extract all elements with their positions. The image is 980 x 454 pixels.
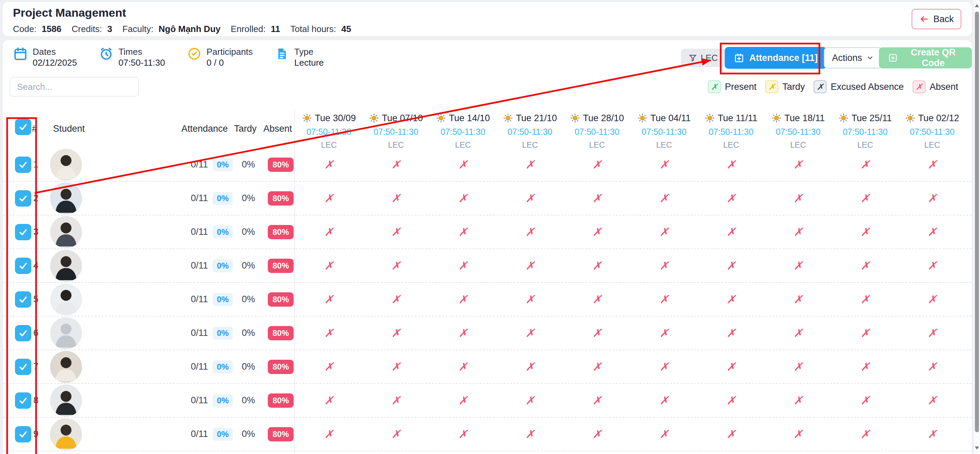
actions-button[interactable]: Actions (824, 47, 882, 68)
attendance-mark-absent[interactable]: ✗ (363, 182, 430, 215)
attendance-mark-absent[interactable]: ✗ (765, 249, 832, 282)
attendance-mark-absent[interactable]: ✗ (630, 384, 698, 417)
attendance-mark-absent[interactable]: ✗ (765, 215, 832, 249)
scrollbar-thumb[interactable] (975, 11, 979, 432)
attendance-mark-absent[interactable]: ✗ (295, 215, 363, 249)
create-qr-code-button[interactable]: Create QR Code (879, 47, 972, 68)
attendance-mark-absent[interactable]: ✗ (899, 148, 966, 181)
attendance-mark-absent[interactable]: ✗ (563, 182, 630, 215)
row-checkbox[interactable] (15, 190, 31, 207)
attendance-mark-absent[interactable]: ✗ (698, 384, 765, 417)
attendance-mark-absent[interactable]: ✗ (630, 317, 698, 349)
attendance-mark-absent[interactable]: ✗ (363, 317, 430, 349)
attendance-mark-absent[interactable]: ✗ (698, 283, 765, 316)
attendance-mark-absent[interactable]: ✗ (363, 384, 430, 417)
back-button[interactable]: Back (912, 9, 961, 29)
scrollbar-down-arrow[interactable] (975, 446, 979, 449)
attendance-mark-absent[interactable]: ✗ (832, 148, 899, 181)
attendance-mark-absent[interactable]: ✗ (563, 384, 630, 417)
attendance-mark-absent[interactable]: ✗ (363, 249, 430, 282)
search-input[interactable] (10, 77, 139, 97)
attendance-mark-absent[interactable]: ✗ (430, 417, 496, 451)
attendance-mark-absent[interactable]: ✗ (430, 283, 496, 316)
attendance-mark-absent[interactable]: ✗ (765, 384, 832, 417)
attendance-mark-absent[interactable]: ✗ (430, 148, 496, 181)
row-checkbox[interactable] (15, 426, 31, 443)
attendance-mark-absent[interactable]: ✗ (563, 417, 630, 451)
attendance-mark-absent[interactable]: ✗ (430, 215, 496, 249)
row-checkbox[interactable] (15, 224, 31, 240)
attendance-mark-absent[interactable]: ✗ (698, 249, 765, 282)
attendance-mark-absent[interactable]: ✗ (295, 182, 363, 215)
attendance-mark-absent[interactable]: ✗ (430, 317, 496, 349)
attendance-mark-absent[interactable]: ✗ (496, 182, 563, 215)
scrollbar-up-arrow[interactable] (975, 4, 979, 7)
attendance-mark-absent[interactable]: ✗ (899, 182, 966, 215)
attendance-mark-absent[interactable]: ✗ (363, 350, 430, 383)
attendance-mark-absent[interactable]: ✗ (630, 182, 698, 215)
row-checkbox[interactable] (15, 156, 31, 173)
attendance-mark-absent[interactable]: ✗ (765, 283, 832, 316)
row-checkbox[interactable] (15, 258, 31, 274)
attendance-mark-absent[interactable]: ✗ (832, 215, 899, 249)
row-checkbox[interactable] (15, 292, 31, 307)
attendance-mark-absent[interactable]: ✗ (899, 317, 966, 349)
attendance-mark-absent[interactable]: ✗ (496, 249, 563, 282)
attendance-mark-absent[interactable]: ✗ (832, 417, 899, 451)
attendance-mark-absent[interactable]: ✗ (899, 283, 966, 316)
attendance-mark-absent[interactable]: ✗ (563, 350, 630, 383)
attendance-mark-absent[interactable]: ✗ (563, 317, 630, 349)
attendance-mark-absent[interactable]: ✗ (363, 215, 430, 249)
attendance-mark-absent[interactable]: ✗ (630, 249, 698, 282)
attendance-mark-absent[interactable]: ✗ (496, 417, 563, 451)
attendance-mark-absent[interactable]: ✗ (363, 417, 430, 451)
row-checkbox[interactable] (15, 325, 31, 341)
attendance-mark-absent[interactable]: ✗ (899, 215, 966, 249)
attendance-mark-absent[interactable]: ✗ (496, 215, 563, 249)
attendance-mark-absent[interactable]: ✗ (295, 249, 363, 282)
attendance-mark-absent[interactable]: ✗ (496, 350, 563, 383)
attendance-mark-absent[interactable]: ✗ (832, 350, 899, 383)
attendance-mark-absent[interactable]: ✗ (295, 283, 363, 316)
attendance-mark-absent[interactable]: ✗ (698, 215, 765, 249)
attendance-mark-absent[interactable]: ✗ (832, 182, 899, 215)
attendance-mark-absent[interactable]: ✗ (765, 317, 832, 349)
attendance-mark-absent[interactable]: ✗ (630, 283, 698, 316)
attendance-mark-absent[interactable]: ✗ (430, 350, 496, 383)
attendance-mark-absent[interactable]: ✗ (899, 417, 966, 451)
attendance-mark-absent[interactable]: ✗ (765, 350, 832, 383)
attendance-mark-absent[interactable]: ✗ (698, 417, 765, 451)
attendance-mark-absent[interactable]: ✗ (496, 148, 563, 181)
attendance-mark-absent[interactable]: ✗ (832, 384, 899, 417)
attendance-mark-absent[interactable]: ✗ (630, 215, 698, 249)
attendance-mark-absent[interactable]: ✗ (630, 417, 698, 451)
attendance-mark-absent[interactable]: ✗ (496, 317, 563, 349)
row-checkbox[interactable] (15, 392, 31, 409)
attendance-mark-absent[interactable]: ✗ (430, 182, 496, 215)
attendance-mark-absent[interactable]: ✗ (698, 317, 765, 349)
attendance-mark-absent[interactable]: ✗ (899, 249, 966, 282)
attendance-mark-absent[interactable]: ✗ (430, 384, 496, 417)
attendance-mark-absent[interactable]: ✗ (563, 148, 630, 181)
attendance-mark-absent[interactable]: ✗ (563, 215, 630, 249)
attendance-mark-absent[interactable]: ✗ (765, 182, 832, 215)
attendance-mark-absent[interactable]: ✗ (832, 249, 899, 282)
attendance-mark-absent[interactable]: ✗ (630, 350, 698, 383)
attendance-mark-absent[interactable]: ✗ (832, 283, 899, 316)
attendance-mark-absent[interactable]: ✗ (899, 384, 966, 417)
attendance-mark-absent[interactable]: ✗ (765, 148, 832, 181)
attendance-mark-absent[interactable]: ✗ (698, 350, 765, 383)
attendance-mark-absent[interactable]: ✗ (295, 350, 363, 383)
attendance-mark-absent[interactable]: ✗ (363, 148, 430, 181)
attendance-mark-absent[interactable]: ✗ (430, 249, 496, 282)
attendance-mark-absent[interactable]: ✗ (563, 283, 630, 316)
attendance-mark-absent[interactable]: ✗ (563, 249, 630, 282)
select-all-checkbox[interactable] (15, 119, 31, 135)
attendance-button[interactable]: Attendance [11] (725, 47, 827, 69)
attendance-mark-absent[interactable]: ✗ (899, 350, 966, 383)
attendance-mark-absent[interactable]: ✗ (295, 417, 363, 451)
attendance-mark-absent[interactable]: ✗ (363, 283, 430, 316)
row-checkbox[interactable] (15, 359, 31, 375)
attendance-mark-absent[interactable]: ✗ (765, 417, 832, 451)
attendance-mark-absent[interactable]: ✗ (496, 384, 563, 417)
